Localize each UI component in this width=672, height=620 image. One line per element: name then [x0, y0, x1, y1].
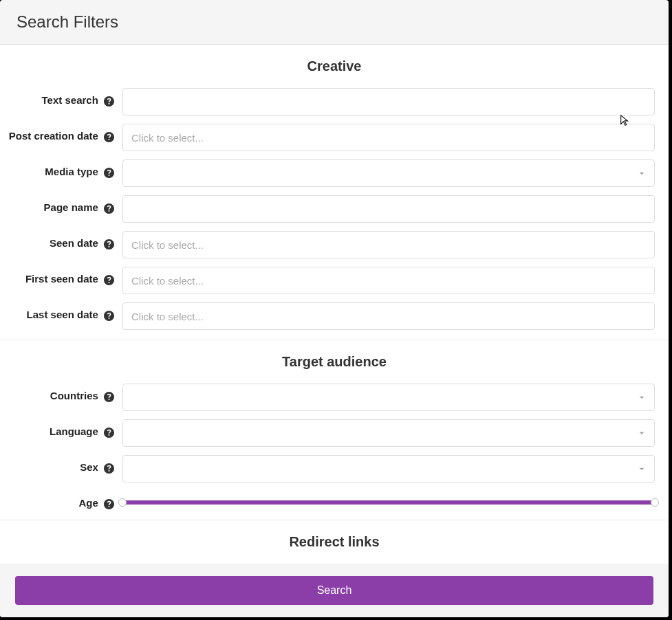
label-page-name: Page name — [0, 195, 122, 214]
help-icon[interactable] — [104, 425, 114, 439]
section-title-target: Target audience — [0, 340, 669, 379]
label-seen-date: Seen date — [0, 231, 122, 250]
row-seen-date: Seen date — [0, 227, 669, 263]
chevron-down-icon — [636, 168, 647, 179]
row-countries: Countries — [0, 379, 669, 415]
seen-date-input[interactable] — [122, 231, 655, 258]
modal-title: Search Filters — [17, 12, 652, 32]
help-icon[interactable] — [104, 272, 114, 286]
countries-select[interactable] — [122, 384, 655, 411]
section-target-audience: Target audience Countries Language — [0, 340, 669, 520]
label-text-search: Text search — [0, 88, 122, 107]
sex-select[interactable] — [122, 455, 655, 483]
help-icon[interactable] — [104, 236, 114, 250]
help-icon[interactable] — [104, 496, 114, 510]
chevron-down-icon — [636, 463, 647, 474]
page-name-input[interactable] — [122, 195, 655, 223]
help-icon[interactable] — [104, 389, 114, 403]
slider-handle-max[interactable] — [651, 498, 659, 507]
row-language: Language — [0, 415, 669, 451]
section-title-creative: Creative — [0, 45, 669, 84]
help-icon[interactable] — [104, 461, 114, 474]
help-icon[interactable] — [104, 93, 114, 107]
section-title-redirect: Redirect links — [0, 520, 669, 560]
text-search-input[interactable] — [122, 88, 655, 115]
row-age: Age — [0, 487, 669, 514]
language-select[interactable] — [122, 419, 655, 447]
label-last-seen-date: Last seen date — [0, 302, 122, 322]
row-text-search: Text search — [0, 84, 669, 120]
help-icon[interactable] — [104, 165, 114, 179]
chevron-down-icon — [636, 392, 647, 403]
search-button[interactable]: Search — [15, 576, 653, 605]
age-slider[interactable] — [122, 491, 655, 510]
modal-header: Search Filters — [0, 0, 669, 45]
chevron-down-icon — [636, 428, 647, 439]
row-sex: Sex — [0, 451, 669, 487]
search-filters-modal: Search Filters Creative Text search Post… — [0, 0, 669, 617]
section-creative: Creative Text search Post creation date — [0, 45, 669, 340]
row-last-seen-date: Last seen date — [0, 298, 669, 334]
help-icon[interactable] — [104, 129, 114, 143]
slider-handle-min[interactable] — [118, 498, 127, 507]
post-creation-date-input[interactable] — [122, 124, 655, 151]
modal-footer: Search — [0, 564, 669, 617]
media-type-select[interactable] — [122, 159, 655, 187]
modal-body[interactable]: Creative Text search Post creation date — [0, 45, 669, 564]
label-sex: Sex — [0, 455, 122, 474]
label-language: Language — [0, 419, 122, 439]
row-first-seen-date: First seen date — [0, 263, 669, 298]
label-first-seen-date: First seen date — [0, 267, 122, 286]
label-post-creation-date: Post creation date — [0, 124, 122, 143]
help-icon[interactable] — [104, 308, 114, 322]
label-media-type: Media type — [0, 159, 122, 179]
label-countries: Countries — [0, 384, 122, 403]
help-icon[interactable] — [104, 201, 114, 214]
row-post-creation-date: Post creation date — [0, 120, 669, 155]
row-page-name: Page name — [0, 191, 669, 227]
slider-track — [122, 500, 655, 505]
label-age: Age — [0, 491, 122, 510]
last-seen-date-input[interactable] — [122, 302, 655, 330]
section-redirect-links: Redirect links Domain Ecom Platform — [0, 520, 669, 564]
row-media-type: Media type — [0, 155, 669, 191]
first-seen-date-input[interactable] — [122, 267, 655, 294]
